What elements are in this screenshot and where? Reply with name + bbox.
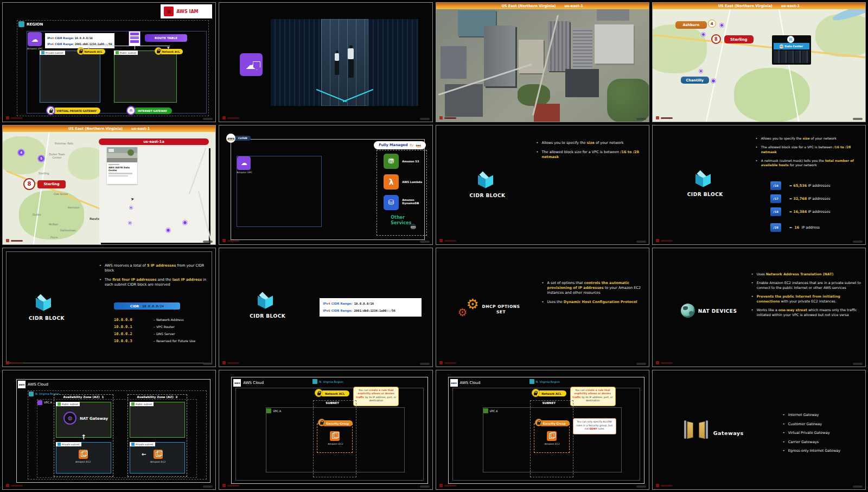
az-count-badge: 4 xyxy=(708,20,716,28)
az1-header: Availability Zone (AZ) 1 xyxy=(55,395,112,399)
public-subnet-tag: Public subnet xyxy=(130,402,154,406)
aws-logo-box: aws xyxy=(233,379,241,387)
channel-watermark xyxy=(439,116,458,119)
slide-nat-gateway-diagram: aws AWS Cloud N. Virginia Region VPC A A… xyxy=(2,370,216,490)
city-building xyxy=(565,69,599,97)
slide-az-detail-map: US East (Northern Virginia)us-east-1 Pot… xyxy=(2,125,216,245)
aws-cloud-label: AWS Cloud xyxy=(460,381,481,385)
amazon-ec2-icon xyxy=(154,450,163,459)
dc-label-panel: aws Data Center xyxy=(774,43,809,49)
sterling-pill: Sterling xyxy=(724,35,754,43)
bullet-item: Egress-only Internet Gateway xyxy=(783,449,864,453)
amazon-vpc-label: Amazon VPC xyxy=(27,47,43,50)
dc-label: Data Center xyxy=(784,45,803,48)
udemy-watermark xyxy=(636,363,646,365)
allow-rules-note: You can only specify ALLOW rules in a Se… xyxy=(573,418,616,434)
amazon-vpc-icon: ☁ xyxy=(28,32,42,46)
slide-aws-cloud-services: CLOUD aws ☁ Amazon VPC Fully Managed By:… xyxy=(219,125,432,245)
region-header: US East (Northern Virginia)us-east-1 xyxy=(653,3,865,9)
arrow-up-icon: ↑ xyxy=(81,433,86,441)
cloud-tag: CLOUD xyxy=(234,136,251,141)
town-label: Dulles xyxy=(33,213,41,216)
bullet-item: Works like a one-way street which means … xyxy=(751,308,863,317)
cidr-bar: CIDR 10.0.0.0/24 xyxy=(114,302,180,310)
sg-lock-icon xyxy=(535,419,542,426)
location-dot xyxy=(699,70,703,73)
netmask-row-text: = 16,384 IP addresses xyxy=(789,210,831,214)
network-acl-pill: Network ACL xyxy=(537,390,566,396)
cidr-bullets: Allows you to specify the size of your n… xyxy=(537,141,645,164)
udemy-watermark xyxy=(636,118,646,120)
network-acl-pill: Network ACL xyxy=(320,390,349,396)
udemy-watermark xyxy=(853,363,863,365)
video-frame xyxy=(271,19,418,106)
city-building xyxy=(445,84,483,117)
az-count-badge: 8 xyxy=(711,34,721,44)
other-services-label: OtherServices xyxy=(391,215,411,226)
amazon-vpc-label: Amazon VPC xyxy=(237,171,252,174)
aws-logo: aws xyxy=(410,224,416,230)
aws-iam-label: AWS IAM xyxy=(176,9,198,14)
channel-watermark xyxy=(6,361,24,364)
slide-cidr-intro: CIDR BLOCK Allows you to specify the siz… xyxy=(436,125,649,245)
location-dot xyxy=(129,222,131,224)
slide-security-group-1: aws AWS Cloud N. Virginia Region Network… xyxy=(219,370,432,490)
cidr-title: CIDR BLOCK xyxy=(470,193,506,198)
az-badge-8: 8 xyxy=(23,178,35,190)
gateways-title: Gateways xyxy=(713,430,744,436)
channel-watermark xyxy=(222,484,241,487)
amazon-s3-icon: ⛃ xyxy=(384,154,399,169)
park-trees xyxy=(607,79,649,122)
cidr-cube-icon xyxy=(478,172,495,190)
channel-watermark xyxy=(656,484,674,487)
ashburn-pill: Ashburn xyxy=(675,21,707,29)
city-building xyxy=(441,46,467,79)
netmask-chip: /18 xyxy=(770,207,781,216)
amazon-ec2-label: Amazon EC2 xyxy=(328,443,343,445)
vgw-pill: VIRTUAL PRIVATE GATEWAY xyxy=(53,108,100,114)
bullet-item: The allowed block size for a VPC is betw… xyxy=(756,145,861,154)
town-label: Resto xyxy=(90,217,100,220)
aws-logo-box: aws xyxy=(450,379,458,387)
aws-iam-icon: ▣ xyxy=(164,7,174,16)
udemy-watermark xyxy=(853,118,863,120)
map-green-area xyxy=(652,24,707,73)
udemy-watermark xyxy=(420,485,430,488)
private-subnet-tag: Private subnet xyxy=(56,442,81,446)
netmask-row-text: = 65,536 IP addresses xyxy=(789,184,831,188)
dhcp-bullets: A set of options that controls the autom… xyxy=(542,281,648,309)
region-label: N. Virginia Region xyxy=(319,380,343,383)
reserved-desc: – DNS Server xyxy=(154,332,175,336)
igw-icon: ∩ xyxy=(126,106,136,115)
aws-logo: aws xyxy=(416,142,421,148)
cidr-bullets: AWS reserves a total of 5 IP addresses f… xyxy=(99,263,212,292)
streetview-popup: AWS IAD78 Data Center xyxy=(107,147,137,184)
lock-icon xyxy=(77,47,85,55)
aws-lambda-label: AWS Lambda xyxy=(402,180,422,184)
bullet-item: Uses the Dynamic Host Configuration Prot… xyxy=(542,300,648,305)
reserved-ip: 10.0.0.1 xyxy=(114,325,132,329)
igw-pill: INTERNET GATEWAY xyxy=(133,108,172,114)
popup-title: AWS IAD78 Data Center xyxy=(108,166,136,172)
channel-watermark xyxy=(222,116,241,119)
channel-watermark xyxy=(222,239,241,242)
amazon-dynamodb-label: AmazonDynamoDB xyxy=(402,198,419,205)
gate-icon xyxy=(684,419,711,441)
bullet-item: Virtual Private Gateway xyxy=(783,431,864,435)
bullet-item: The first four IP addresses and the last… xyxy=(99,277,212,287)
public-subnet-tag: Public subnet xyxy=(114,51,138,55)
gateways-list: Internet GatewayCustomer GatewayVirtual … xyxy=(783,413,864,457)
town-label: McNair xyxy=(49,223,58,226)
detail-map-panel: ➤ AWS IAD78 Data Center xyxy=(99,147,209,243)
channel-watermark xyxy=(6,239,24,242)
amazon-ec2-icon xyxy=(79,450,88,459)
network-acl-pill: Network ACL xyxy=(81,49,105,54)
netmask-chip: /17 xyxy=(770,194,781,203)
subnet-label: SUBNET xyxy=(542,401,556,405)
public-subnet-box xyxy=(130,402,185,438)
region-header: US East (Northern Virginia)us-east-1 xyxy=(436,3,649,9)
bullet-item: Internet Gateway xyxy=(783,413,864,417)
az2-header: Availability Zone (AZ) 2 xyxy=(129,395,186,399)
slide-gateways: Gateways Internet GatewayCustomer Gatewa… xyxy=(652,370,866,490)
fully-managed-pill: Fully Managed By: aws xyxy=(374,141,426,149)
